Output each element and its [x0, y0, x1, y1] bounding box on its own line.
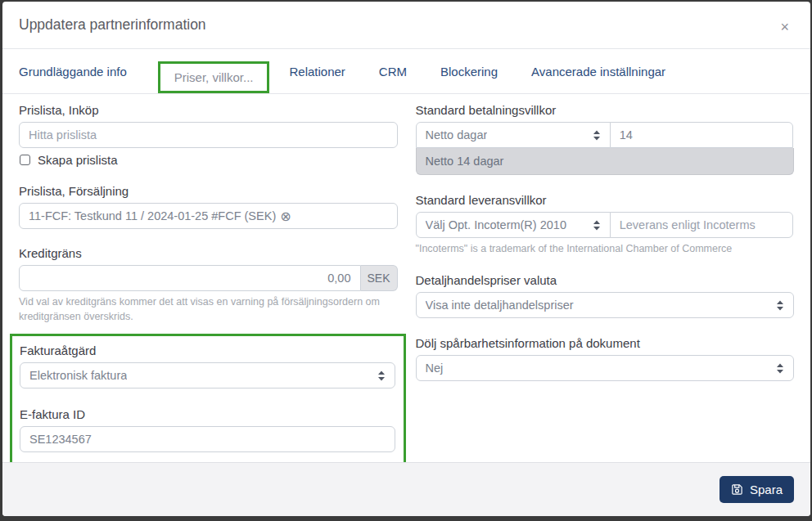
kreditgrans-label: Kreditgräns	[19, 246, 398, 260]
betalningsvillkor-days-input[interactable]: 14	[610, 122, 793, 148]
sparbarhet-label: Dölj spårbarhetsinformation på dokument	[416, 336, 795, 350]
tab-avancerade-installningar[interactable]: Avancerade inställningar	[531, 49, 665, 93]
skapa-prislista-label[interactable]: Skapa prislista	[38, 153, 118, 167]
detaljhandelspriser-value: Visa inte detaljhandelspriser	[426, 299, 574, 312]
updown-caret-icon	[377, 371, 386, 381]
detaljhandelspriser-label: Detaljhandelspriser valuta	[416, 273, 795, 287]
sparbarhet-value: Nej	[426, 362, 444, 375]
tab-grundlaggande-info[interactable]: Grundläggande info	[19, 49, 127, 93]
modal-header: Uppdatera partnerinformation ×	[2, 2, 810, 49]
tab-relationer[interactable]: Relationer	[289, 49, 345, 93]
prislista-forsaljning-input[interactable]: 11-FCF: Testkund 11 / 2024-01-25 #FCF (S…	[19, 203, 398, 229]
update-partner-modal: Uppdatera partnerinformation × Grundlägg…	[2, 2, 810, 516]
fakturaatgard-label: Fakturaåtgärd	[20, 344, 395, 357]
skapa-prislista-checkbox[interactable]	[20, 155, 30, 165]
kreditgrans-group: 0,00 SEK	[19, 265, 398, 291]
left-column: Prislista, Inköp Skapa prislista Prislis…	[19, 101, 398, 462]
leveransvillkor-group: Välj Opt. Incoterm(R) 2010	[416, 212, 795, 238]
detaljhandelspriser-select[interactable]: Visa inte detaljhandelspriser	[416, 292, 795, 318]
leveransvillkor-label: Standard leveransvillkor	[416, 193, 795, 207]
prislista-forsaljning-value: 11-FCF: Testkund 11 / 2024-01-25 #FCF (S…	[29, 209, 276, 222]
tab-crm[interactable]: CRM	[379, 49, 407, 93]
prislista-inkop-input[interactable]	[19, 122, 398, 148]
leveransvillkor-input[interactable]	[610, 212, 793, 238]
betalningsvillkor-group: Netto dagar 14	[416, 122, 795, 148]
leveransvillkor-select[interactable]: Välj Opt. Incoterm(R) 2010	[416, 212, 611, 238]
updown-caret-icon	[776, 363, 784, 374]
updown-caret-icon	[593, 130, 601, 141]
tab-priser-villkor[interactable]: Priser, villkor...	[158, 61, 270, 93]
efaktura-id-input[interactable]: SE1234567	[20, 426, 395, 452]
kreditgrans-input[interactable]: 0,00	[19, 265, 361, 291]
betalningsvillkor-select[interactable]: Netto dagar	[416, 122, 611, 148]
updown-caret-icon	[776, 300, 784, 311]
save-button-label: Spara	[750, 483, 783, 496]
remove-pricelist-icon[interactable]: ⊗	[280, 209, 291, 224]
sparbarhet-select[interactable]: Nej	[416, 355, 795, 381]
updown-caret-icon	[593, 220, 601, 231]
tab-blockering[interactable]: Blockering	[440, 49, 498, 93]
incoterms-helper: "Incoterms" is a trademark of the Intern…	[416, 241, 795, 256]
fakturaatgard-value: Elektronisk faktura	[29, 369, 127, 382]
skapa-prislista-row: Skapa prislista	[19, 153, 398, 167]
modal-body: Prislista, Inköp Skapa prislista Prislis…	[2, 94, 810, 462]
modal-footer: Spara	[2, 462, 810, 516]
invoice-highlight-box: Fakturaåtgärd Elektronisk faktura E-fakt…	[10, 334, 406, 462]
right-column: Standard betalningsvillkor Netto dagar 1…	[416, 101, 795, 462]
leveransvillkor-select-value: Välj Opt. Incoterm(R) 2010	[426, 218, 566, 231]
betalningsvillkor-summary: Netto 14 dagar	[416, 148, 795, 175]
tab-bar: Grundläggande info Priser, villkor... Re…	[2, 49, 810, 94]
betalningsvillkor-days-value: 14	[620, 128, 633, 141]
kreditgrans-value: 0,00	[327, 272, 350, 285]
efaktura-id-value: SE1234567	[29, 433, 92, 446]
betalningsvillkor-label: Standard betalningsvillkor	[416, 103, 795, 117]
kreditgrans-helper: Vid val av kreditgräns kommer det att vi…	[19, 294, 398, 324]
save-button[interactable]: Spara	[720, 476, 794, 503]
currency-addon: SEK	[361, 265, 398, 291]
efaktura-id-label: E-faktura ID	[20, 407, 395, 421]
save-icon	[731, 483, 743, 496]
betalningsvillkor-select-value: Netto dagar	[426, 128, 488, 141]
modal-title: Uppdatera partnerinformation	[19, 16, 206, 34]
close-icon[interactable]: ×	[775, 18, 794, 36]
fakturaatgard-select[interactable]: Elektronisk faktura	[20, 362, 395, 389]
prislista-forsaljning-label: Prislista, Försäljning	[19, 184, 398, 198]
prislista-inkop-label: Prislista, Inköp	[19, 103, 398, 117]
